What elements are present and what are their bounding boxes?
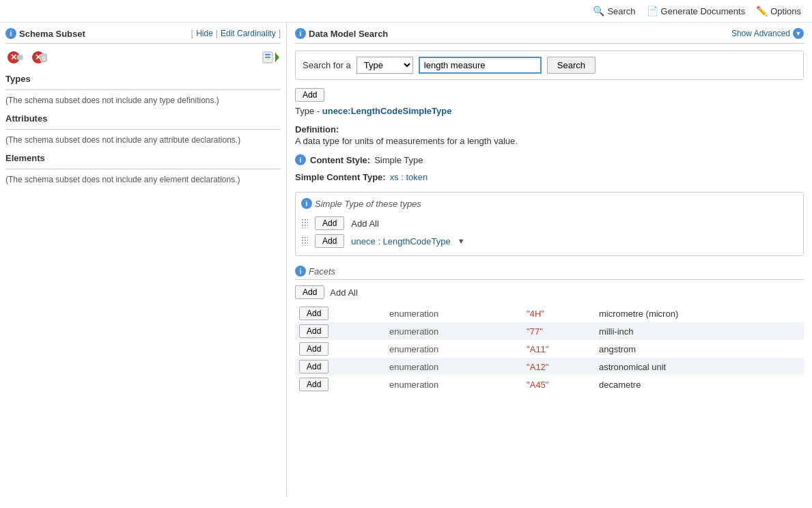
search-text-input[interactable] [419, 57, 542, 74]
main-layout: i Schema Subset [ Hide | Edit Cardinalit… [0, 23, 812, 496]
search-bar: Search for a Type Element Attribute Grou… [295, 51, 804, 80]
type-result-name: unece:LengthCodeSimpleType [322, 106, 452, 116]
left-panel-info-icon[interactable]: i [5, 28, 16, 39]
drag-handle-2 [301, 236, 308, 246]
pipe-separator: | [216, 29, 218, 38]
svg-marker-12 [275, 53, 279, 62]
type-result-prefix: Type - [295, 106, 322, 116]
facet-table: Add enumeration "4H" micrometre (micron)… [295, 305, 804, 393]
svg-rect-10 [265, 54, 270, 55]
simple-type-add-button-1[interactable]: Add [315, 234, 344, 248]
facets-header: i Facets [295, 266, 804, 280]
search-toolbar-button[interactable]: 🔍 Search [593, 5, 635, 16]
length-code-type-link[interactable]: unece : LengthCodeType [351, 236, 450, 246]
facet-row-3: Add enumeration "A12" astronomical unit [295, 358, 804, 376]
facet-add-1[interactable]: Add [299, 324, 328, 338]
facets-add-all-button[interactable]: Add [295, 285, 324, 299]
options-icon: ✏️ [756, 5, 768, 16]
facet-type-2: enumeration [385, 340, 522, 358]
left-icon-group: ✕ ✕ [5, 49, 49, 66]
content-style-row: i Content Style: Simple Type [295, 154, 804, 165]
search-type-select[interactable]: Type Element Attribute Group [356, 57, 413, 74]
simple-type-title: Simple Type of these types [315, 199, 421, 209]
search-execute-button[interactable]: Search [547, 57, 596, 74]
types-section-title: Types [5, 74, 281, 84]
facet-value-1: "77" [522, 322, 595, 340]
left-panel-title-text: Schema Subset [19, 29, 85, 39]
left-panel: i Schema Subset [ Hide | Edit Cardinalit… [0, 23, 287, 496]
delete-button[interactable]: ✕ [5, 49, 25, 66]
content-style-info-icon[interactable]: i [295, 154, 306, 165]
facet-add-3[interactable]: Add [299, 360, 328, 373]
edit-cardinality-link[interactable]: Edit Cardinality [221, 29, 276, 38]
elements-section-title: Elements [5, 153, 281, 163]
right-panel: i Data Model Search Show Advanced ▼ Sear… [287, 23, 812, 496]
elements-divider [5, 169, 281, 169]
options-button[interactable]: ✏️ Options [756, 5, 801, 16]
right-panel-title: i Data Model Search [295, 28, 388, 39]
facet-row-4: Add enumeration "A45" decametre [295, 376, 804, 393]
left-panel-title: i Schema Subset [5, 28, 85, 39]
facet-type-1: enumeration [385, 322, 522, 340]
content-style-label: Content Style: [310, 155, 370, 165]
elements-empty-msg: (The schema subset does not include any … [5, 175, 281, 184]
simple-type-add-all-row: Add Add All [301, 214, 798, 232]
facet-row-0: Add enumeration "4H" micrometre (micron) [295, 305, 804, 322]
facet-value-3: "A12" [522, 358, 595, 376]
drag-handle-1 [301, 218, 308, 228]
facets-add-all-row: Add Add All [295, 285, 804, 299]
generate-label: Generate Documents [661, 6, 746, 16]
generate-documents-button[interactable]: 📄 Generate Documents [647, 5, 746, 16]
facet-value-2: "A11" [522, 340, 595, 358]
simple-type-info-icon[interactable]: i [301, 198, 312, 209]
facet-row-2: Add enumeration "A11" angstrom [295, 340, 804, 358]
simple-content-link[interactable]: xs : token [390, 172, 428, 182]
right-panel-header: i Data Model Search Show Advanced ▼ [295, 28, 804, 44]
facet-value-4: "A45" [522, 376, 595, 393]
definition-title: Definition: [295, 124, 339, 135]
types-divider [5, 89, 281, 90]
attributes-section-title: Attributes [5, 113, 281, 124]
facet-desc-4: decametre [595, 376, 804, 393]
attributes-divider [5, 129, 281, 130]
import-button[interactable] [262, 49, 281, 66]
facet-add-0[interactable]: Add [299, 307, 328, 320]
attributes-empty-msg: (The schema subset does not include any … [5, 135, 281, 145]
copy-button[interactable]: ✕ [30, 49, 49, 66]
facets-info-icon[interactable]: i [295, 266, 306, 277]
left-panel-links: [ Hide | Edit Cardinality ] [191, 29, 281, 38]
details-arrow: ▼ [458, 237, 465, 245]
facet-add-4[interactable]: Add [299, 378, 328, 391]
add-all-text: Add All [351, 218, 378, 229]
bracket-close: ] [279, 29, 281, 38]
facet-type-3: enumeration [385, 358, 522, 376]
facet-desc-2: angstrom [595, 340, 804, 358]
show-advanced-label: Show Advanced [731, 29, 790, 38]
facet-desc-3: astronomical unit [595, 358, 804, 376]
simple-type-add-all-button[interactable]: Add [315, 216, 344, 230]
definition-section: Definition: A data type for units of mea… [295, 124, 804, 146]
facet-add-2[interactable]: Add [299, 342, 328, 356]
search-toolbar-icon: 🔍 [593, 5, 604, 16]
show-advanced-control[interactable]: Show Advanced ▼ [731, 28, 804, 39]
svg-text:✕: ✕ [10, 53, 17, 62]
right-panel-title-text: Data Model Search [309, 29, 388, 39]
simple-type-header: i Simple Type of these types [301, 198, 798, 209]
simple-content-row: Simple Content Type: xs : token [295, 172, 804, 182]
facets-title: Facets [309, 266, 335, 277]
svg-rect-8 [42, 55, 46, 61]
svg-rect-11 [265, 57, 270, 58]
hide-link[interactable]: Hide [196, 29, 213, 38]
simple-type-row-1: Add unece : LengthCodeType ▼ [301, 232, 798, 250]
right-panel-info-icon[interactable]: i [295, 28, 306, 39]
top-toolbar: 🔍 Search 📄 Generate Documents ✏️ Options [0, 0, 812, 23]
facet-desc-0: micrometre (micron) [595, 305, 804, 322]
left-toolbar-icons: ✕ ✕ [5, 49, 281, 66]
type-result-row: Type - unece:LengthCodeSimpleType [295, 106, 804, 116]
svg-rect-2 [17, 55, 23, 59]
facet-type-4: enumeration [385, 376, 522, 393]
search-toolbar-label: Search [607, 6, 635, 16]
search-for-label: Search for a [303, 60, 351, 70]
type-add-button[interactable]: Add [295, 88, 324, 102]
facet-row-1: Add enumeration "77" milli-inch [295, 322, 804, 340]
